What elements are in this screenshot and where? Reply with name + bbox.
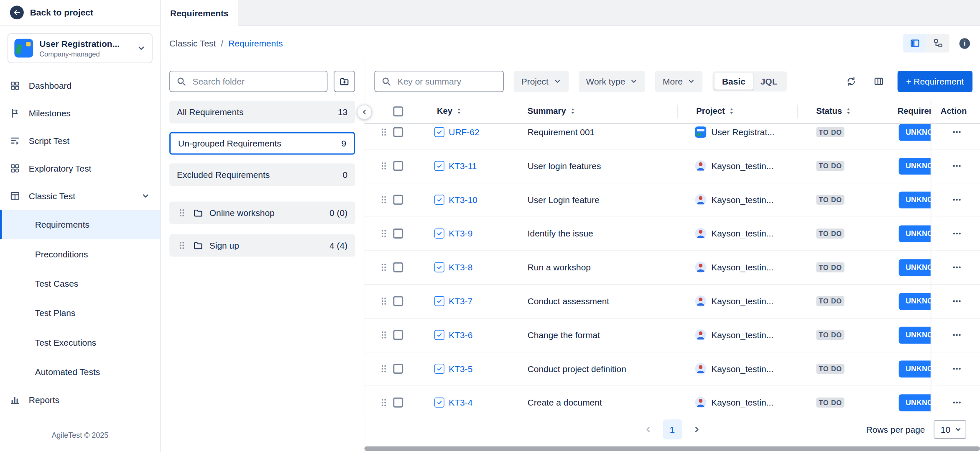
folder-item[interactable]: Online workshop 0 (0)	[169, 202, 355, 224]
refresh-button[interactable]	[842, 73, 860, 90]
summary-cell[interactable]: Requirement 001	[524, 124, 677, 149]
drag-handle-icon[interactable]	[374, 318, 393, 352]
group-all-requirements[interactable]: All Requirements 13	[169, 101, 355, 123]
row-actions-button[interactable]	[947, 294, 967, 309]
row-checkbox[interactable]	[393, 229, 403, 239]
issue-key-link[interactable]: KT3-6	[449, 330, 472, 340]
row-checkbox[interactable]	[393, 161, 403, 171]
sidebar-item-dashboard[interactable]: Dashboard	[0, 72, 160, 100]
sidebar-item-exploratory-test[interactable]: Exploratory Test	[0, 154, 160, 182]
row-checkbox[interactable]	[393, 364, 403, 374]
summary-cell[interactable]: Conduct project definition	[524, 352, 677, 385]
sidebar-item-reports[interactable]: Reports	[0, 386, 160, 414]
column-header-requirement[interactable]: Requirement	[893, 100, 931, 123]
sidebar-item-classic-test[interactable]: Classic Test	[0, 182, 160, 210]
row-actions-button[interactable]	[947, 193, 967, 208]
row-checkbox[interactable]	[393, 262, 403, 272]
drag-handle-icon[interactable]	[177, 240, 187, 250]
column-header-summary[interactable]: Summary	[524, 100, 677, 123]
row-actions-button[interactable]	[947, 226, 967, 241]
drag-handle-icon[interactable]	[374, 124, 393, 149]
add-folder-button[interactable]	[334, 71, 355, 92]
group-excluded-requirements[interactable]: Excluded Requirements 0	[169, 163, 355, 186]
info-icon[interactable]	[960, 38, 970, 48]
add-requirement-button[interactable]: + Requirement	[897, 71, 972, 92]
summary-cell[interactable]: Run a workshop	[524, 251, 677, 284]
drag-handle-icon[interactable]	[374, 251, 393, 284]
sidebar-item-preconditions[interactable]: Preconditions	[0, 239, 160, 268]
issue-key-link[interactable]: KT3-11	[449, 161, 477, 171]
sidebar-item-test-cases[interactable]: Test Cases	[0, 269, 160, 298]
row-checkbox[interactable]	[393, 195, 403, 205]
row-actions-button[interactable]	[947, 328, 967, 343]
drag-handle-icon[interactable]	[177, 208, 187, 218]
issue-key-link[interactable]: KT3-5	[449, 364, 472, 374]
summary-cell[interactable]: Identify the issue	[524, 217, 677, 250]
previous-page-button[interactable]	[639, 419, 657, 439]
row-actions-button[interactable]	[947, 125, 967, 140]
row-actions-button[interactable]	[947, 395, 967, 410]
column-header-status[interactable]: Status	[797, 100, 892, 123]
work-type-filter-button[interactable]: Work type	[579, 71, 646, 92]
issue-key-link[interactable]: KT3-10	[449, 195, 477, 205]
horizontal-scrollbar[interactable]	[365, 447, 980, 451]
key-summary-search-input[interactable]	[396, 76, 497, 87]
breadcrumb-current[interactable]: Requirements	[228, 38, 283, 48]
tree-view-button[interactable]	[926, 34, 949, 53]
back-to-project-button[interactable]: Back to project	[0, 0, 160, 26]
drag-handle-icon[interactable]	[374, 386, 393, 413]
columns-button[interactable]	[870, 73, 888, 90]
next-page-button[interactable]	[688, 419, 705, 439]
requirement-status-button[interactable]: UNKNOWN	[899, 191, 931, 208]
select-all-checkbox[interactable]	[393, 106, 403, 116]
summary-cell[interactable]: Change the format	[524, 318, 677, 352]
sidebar-item-script-test[interactable]: Script Test	[0, 127, 160, 155]
summary-cell[interactable]: Create a document	[524, 386, 677, 413]
summary-cell[interactable]: Conduct assessment	[524, 285, 677, 318]
requirement-status-button[interactable]: UNKNOWN	[899, 293, 931, 310]
requirement-status-button[interactable]: UNKNOWN	[899, 326, 931, 343]
column-header-key[interactable]: Key	[412, 100, 524, 123]
row-checkbox[interactable]	[393, 330, 403, 340]
row-actions-button[interactable]	[947, 260, 967, 275]
issue-key-link[interactable]: URF-62	[449, 127, 479, 137]
issue-key-link[interactable]: KT3-4	[449, 398, 472, 408]
requirement-status-button[interactable]: UNKNOWN	[899, 259, 931, 276]
sidebar-item-automated-tests[interactable]: Automated Tests	[0, 357, 160, 386]
rows-per-page-select[interactable]: 10	[934, 420, 966, 439]
breadcrumb-parent[interactable]: Classic Test	[169, 38, 216, 48]
sidebar-item-test-executions[interactable]: Test Executions	[0, 327, 160, 357]
issue-key-link[interactable]: KT3-8	[449, 262, 472, 272]
basic-mode-button[interactable]: Basic	[715, 73, 753, 90]
drag-handle-icon[interactable]	[374, 217, 393, 250]
drag-handle-icon[interactable]	[374, 285, 393, 318]
requirement-status-button[interactable]: UNKNOWN	[899, 360, 931, 377]
sidebar-item-requirements[interactable]: Requirements	[0, 210, 160, 239]
jql-mode-button[interactable]: JQL	[753, 73, 785, 90]
group-ungrouped-requirements[interactable]: Un-grouped Requirements 9	[169, 132, 355, 155]
column-header-project[interactable]: Project	[677, 100, 797, 123]
collapse-panel-button[interactable]	[357, 105, 372, 120]
drag-handle-icon[interactable]	[374, 183, 393, 216]
summary-cell[interactable]: User Login feature	[524, 183, 677, 216]
row-actions-button[interactable]	[947, 361, 967, 376]
drag-handle-icon[interactable]	[374, 149, 393, 182]
sidebar-item-milestones[interactable]: Milestones	[0, 100, 160, 127]
requirement-status-button[interactable]: UNKNOWN	[899, 225, 931, 242]
requirement-status-button[interactable]: UNKNOWN	[899, 157, 931, 174]
row-actions-button[interactable]	[947, 159, 967, 174]
panel-view-button[interactable]	[903, 34, 926, 53]
more-filter-button[interactable]: More	[655, 71, 702, 92]
sidebar-item-test-plans[interactable]: Test Plans	[0, 298, 160, 327]
project-selector[interactable]: User Registration... Company-managed	[8, 33, 153, 63]
drag-handle-icon[interactable]	[374, 352, 393, 385]
issue-key-link[interactable]: KT3-9	[449, 229, 472, 239]
requirement-status-button[interactable]: UNKNOWN	[899, 124, 931, 141]
requirement-status-button[interactable]: UNKNOWN	[899, 394, 931, 411]
row-checkbox[interactable]	[393, 127, 403, 137]
row-checkbox[interactable]	[393, 296, 403, 306]
folder-search-input[interactable]	[191, 76, 320, 87]
summary-cell[interactable]: User login features	[524, 149, 677, 182]
folder-item[interactable]: Sign up 4 (4)	[169, 234, 355, 257]
issue-key-link[interactable]: KT3-7	[449, 296, 472, 306]
